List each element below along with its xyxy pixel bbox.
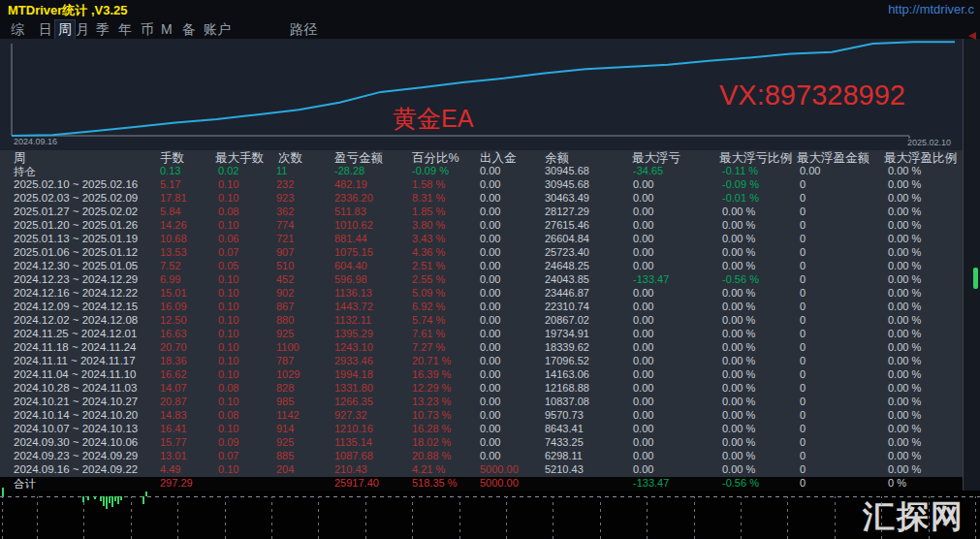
- value-cell: 0.00 %: [888, 273, 921, 285]
- menu-tab-9[interactable]: 备: [179, 20, 199, 40]
- menu-tab-2[interactable]: 日: [36, 20, 55, 40]
- value-cell: 0.10: [218, 178, 238, 190]
- menu-path-button[interactable]: 路径: [287, 20, 320, 40]
- dashed-gridline: [553, 496, 553, 539]
- value-cell: 17.81: [160, 192, 187, 204]
- table-row: 2024.09.23 ~ 2024.09.2913.010.078851087.…: [0, 450, 980, 463]
- value-cell: 0.10: [218, 423, 238, 434]
- value-cell: 0: [800, 328, 806, 339]
- value-cell: 5210.43: [545, 463, 584, 475]
- value-cell: 0.02: [218, 165, 238, 176]
- scroll-left-arrow-icon[interactable]: [968, 32, 976, 40]
- activity-tick: [103, 496, 105, 506]
- value-cell: 0.00: [633, 233, 653, 244]
- menu-tab-3[interactable]: 周: [55, 20, 75, 40]
- dashed-gridline: [459, 496, 460, 539]
- value-cell: 510: [276, 260, 294, 271]
- value-cell: 2336.20: [334, 192, 373, 204]
- value-cell: 0.00 %: [888, 287, 921, 299]
- dashed-gridline: [412, 496, 413, 539]
- value-cell: 1395.29: [334, 328, 373, 339]
- scrollbar-track[interactable]: [963, 39, 980, 491]
- value-cell: 1132.11: [334, 314, 371, 326]
- value-cell: 0.00 %: [888, 463, 921, 475]
- value-cell: 1100: [276, 341, 300, 353]
- period-cell: 2024.10.07 ~ 2024.10.13: [14, 423, 138, 434]
- value-cell: 0.00 %: [888, 178, 921, 190]
- activity-tick: [82, 496, 84, 502]
- value-cell: 7433.25: [545, 436, 584, 448]
- value-cell: 0.00 %: [888, 233, 921, 244]
- value-cell: 8.31 %: [412, 192, 445, 204]
- value-cell: 1243.10: [334, 341, 373, 353]
- activity-tick: [106, 496, 108, 509]
- value-cell: 0.10: [218, 287, 238, 299]
- table-row: 2024.12.30 ~ 2025.01.057.520.05510604.40…: [0, 260, 980, 273]
- menu-tab-6[interactable]: 年: [115, 20, 135, 40]
- menu-tab-4[interactable]: 月: [73, 20, 92, 40]
- value-cell: 18339.62: [545, 341, 589, 353]
- value-cell: 14.07: [160, 382, 187, 394]
- menu-tab-8[interactable]: M: [158, 20, 175, 38]
- dashed-gridline: [694, 496, 695, 539]
- period-cell: 2025.02.10 ~ 2025.02.16: [14, 178, 138, 190]
- value-cell: 13.53: [160, 246, 187, 258]
- table-row: 2024.10.14 ~ 2024.10.2014.830.081142927.…: [0, 409, 980, 423]
- value-cell: 0.00: [480, 328, 500, 339]
- menu-tab-5[interactable]: 季: [93, 20, 112, 40]
- value-cell: 25917.40: [334, 477, 379, 489]
- value-cell: 0.00 %: [888, 409, 921, 421]
- value-cell: 20.71 %: [412, 355, 451, 366]
- value-cell: 0.00 %: [888, 382, 921, 394]
- value-cell: -133.47: [633, 273, 669, 285]
- menu-tab-1[interactable]: 综: [8, 20, 27, 40]
- website-link[interactable]: http://mtdriver.c: [888, 2, 974, 16]
- value-cell: 1443.72: [334, 301, 373, 312]
- value-cell: 22310.74: [545, 301, 589, 312]
- total-row: 合计297.2925917.40518.35 %5000.00-133.47-0…: [0, 477, 980, 491]
- table-row: 2025.01.27 ~ 2025.02.025.840.08362511.83…: [0, 206, 980, 219]
- title-bar: MTDriver统计 ,V3.25 http://mtdriver.c: [0, 0, 980, 19]
- dashed-gridline: [600, 496, 601, 539]
- value-cell: 0.00: [800, 165, 820, 176]
- value-cell: 0.00: [480, 396, 500, 407]
- value-cell: 0.00 %: [888, 246, 921, 258]
- value-cell: 0.00 %: [888, 423, 921, 434]
- value-cell: 0.10: [218, 328, 238, 339]
- value-cell: 925: [276, 328, 294, 339]
- value-cell: 1331.80: [334, 382, 373, 394]
- period-cell: 2024.12.16 ~ 2024.12.22: [14, 287, 138, 299]
- table-row: 2024.11.04 ~ 2024.11.1016.620.1010291994…: [0, 368, 980, 382]
- menu-bar: 综日周月季年币M备账户路径: [0, 19, 980, 39]
- dashed-gridline: [835, 496, 836, 539]
- dashed-gridline: [881, 496, 882, 539]
- activity-tick: [87, 496, 89, 500]
- value-cell: 0.00 %: [722, 314, 755, 326]
- value-cell: 0.00 %: [888, 355, 921, 366]
- value-cell: 0: [800, 450, 806, 461]
- value-cell: 0: [800, 409, 806, 421]
- value-cell: 0: [800, 273, 806, 285]
- table-row: 2024.12.23 ~ 2024.12.296.990.10452596.98…: [0, 273, 980, 287]
- value-cell: 0.00: [480, 165, 500, 176]
- value-cell: 18.02 %: [412, 436, 451, 448]
- scrollbar-thumb[interactable]: [973, 268, 978, 289]
- value-cell: 14.83: [160, 409, 187, 421]
- value-cell: 885: [276, 450, 294, 461]
- menu-tab-7[interactable]: 币: [138, 20, 157, 40]
- value-cell: 0.00: [633, 396, 653, 407]
- value-cell: 0.00 %: [888, 328, 921, 339]
- table-row: 持仓0.130.0211-28.28-0.09 %0.0030945.68-34…: [0, 165, 980, 178]
- period-cell: 2025.01.20 ~ 2025.01.26: [14, 219, 138, 231]
- value-cell: 10.68: [160, 233, 187, 244]
- value-cell: 0.00: [633, 178, 653, 190]
- period-cell: 2025.01.13 ~ 2025.01.19: [14, 233, 138, 244]
- value-cell: 0.00 %: [722, 233, 755, 244]
- value-cell: 5.17: [160, 178, 180, 190]
- value-cell: 0.00: [480, 301, 500, 312]
- value-cell: 604.40: [334, 260, 367, 271]
- menu-tab-10[interactable]: 账户: [201, 20, 234, 40]
- value-cell: 4.36 %: [412, 246, 445, 258]
- activity-tick: [145, 491, 147, 496]
- dashed-gridline: [131, 496, 132, 539]
